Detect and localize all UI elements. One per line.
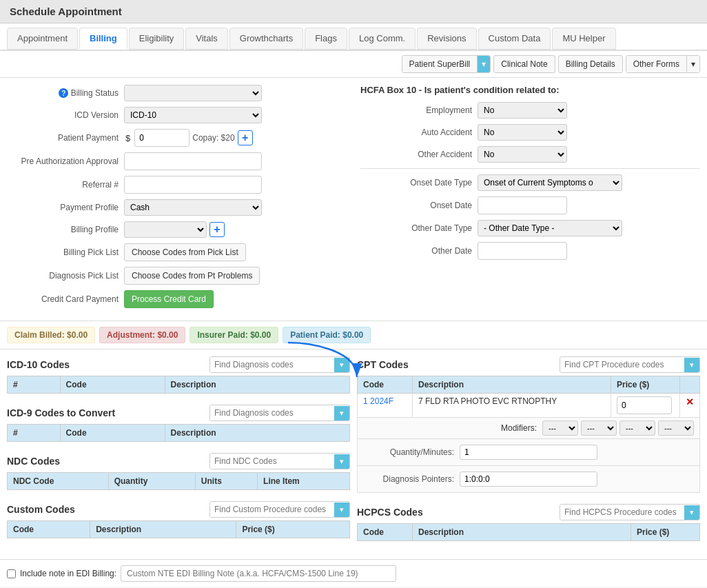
- patient-paid-summary: Patient Paid: $0.00: [283, 327, 371, 343]
- include-note-row: Include note in EDI Billing:: [0, 559, 707, 587]
- ndc-col-code: NDC Code: [8, 473, 109, 490]
- patient-superbill-dropdown[interactable]: ▾: [477, 56, 490, 72]
- employment-label: Employment: [360, 105, 478, 115]
- icd9-col-desc: Description: [165, 425, 349, 442]
- ndc-search-button[interactable]: ▾: [334, 454, 349, 469]
- icd9-search-input[interactable]: [210, 405, 334, 420]
- modifier-row: Modifiers: --- --- --- ---: [363, 420, 694, 436]
- billing-pick-list-row: Billing Pick List Choose Codes from Pick…: [7, 243, 347, 261]
- custom-codes-search-button[interactable]: ▾: [334, 503, 349, 517]
- billing-form: ? Billing Status ICD Version ICD-10 ICD-…: [0, 78, 707, 321]
- diagnosis-pick-list-button[interactable]: Choose Codes from Pt Problems: [124, 267, 260, 285]
- add-payment-button[interactable]: +: [238, 130, 253, 145]
- auto-accident-label: Auto Accident: [360, 128, 478, 137]
- billing-profile-select[interactable]: [124, 221, 207, 238]
- cpt-header: CPT Codes ▾: [357, 356, 700, 373]
- tab-appointment[interactable]: Appointment: [7, 28, 78, 50]
- tab-flags[interactable]: Flags: [305, 28, 347, 50]
- include-note-label: Include note in EDI Billing:: [20, 569, 116, 578]
- cpt-remove-button[interactable]: ✕: [686, 396, 694, 407]
- tab-custom-data[interactable]: Custom Data: [478, 28, 551, 50]
- cpt-price-input[interactable]: [617, 396, 672, 414]
- tab-mu-helper[interactable]: MU Helper: [552, 28, 615, 50]
- custom-codes-table: Code Description Price ($): [7, 520, 350, 538]
- tab-revisions[interactable]: Revisions: [417, 28, 476, 50]
- referral-input[interactable]: [124, 176, 262, 194]
- modifier-4-select[interactable]: ---: [658, 420, 694, 436]
- other-date-input[interactable]: [478, 242, 567, 260]
- diagnosis-pointers-row: Diagnosis Pointers:: [363, 472, 694, 487]
- employment-select[interactable]: NoYes: [478, 102, 567, 119]
- add-billing-profile-button[interactable]: +: [209, 222, 225, 237]
- patient-superbill-button[interactable]: Patient SuperBill: [402, 56, 478, 72]
- custom-codes-search-input[interactable]: [210, 502, 334, 517]
- other-forms-button[interactable]: Other Forms: [626, 56, 686, 72]
- billing-status-label: ? Billing Status: [7, 88, 124, 99]
- billing-profile-label: Billing Profile: [7, 225, 124, 234]
- include-note-checkbox[interactable]: [7, 569, 16, 578]
- auto-accident-row: Auto Accident NoYes: [360, 124, 700, 141]
- modifier-3-select[interactable]: ---: [619, 420, 655, 436]
- cpt-quantity-row: Quantity/Minutes:: [358, 439, 700, 466]
- other-forms-dropdown[interactable]: ▾: [686, 56, 699, 72]
- clinical-note-button[interactable]: Clinical Note: [493, 55, 555, 73]
- ndc-col-line: Line Item: [258, 473, 350, 490]
- payment-profile-select[interactable]: Cash: [124, 199, 262, 216]
- patient-payment-row: Patient Payment $ Copay: $20 +: [7, 129, 347, 147]
- icd10-search-button[interactable]: ▾: [334, 358, 349, 372]
- diagnosis-pick-list-label: Diagnosis Pick List: [7, 271, 124, 281]
- pre-auth-input[interactable]: [124, 152, 262, 170]
- hcpcs-search-button[interactable]: ▾: [684, 505, 699, 520]
- form-left: ? Billing Status ICD Version ICD-10 ICD-…: [7, 85, 347, 314]
- billing-pick-list-button[interactable]: Choose Codes from Pick List: [124, 243, 246, 261]
- tab-vitals[interactable]: Vitals: [185, 28, 228, 50]
- icd9-col-num: #: [8, 425, 61, 442]
- tabs-bar: Appointment Billing Eligibility Vitals G…: [0, 23, 707, 51]
- custom-col-desc: Description: [90, 521, 236, 538]
- hcpcs-search-input[interactable]: [560, 505, 684, 520]
- page-title: Schedule Appointment: [10, 6, 697, 17]
- icd9-search-button[interactable]: ▾: [334, 406, 349, 420]
- tab-billing[interactable]: Billing: [79, 28, 127, 50]
- hcpcs-col-code: Code: [358, 524, 413, 541]
- cpt-price-cell: [611, 394, 680, 418]
- icd10-col-code: Code: [60, 376, 165, 394]
- tab-eligibility[interactable]: Eligibility: [129, 28, 185, 50]
- billing-details-button[interactable]: Billing Details: [558, 55, 623, 73]
- icd-version-select[interactable]: ICD-10 ICD-9: [124, 107, 262, 123]
- cpt-search-input[interactable]: [560, 357, 684, 372]
- billing-status-select[interactable]: [124, 85, 262, 101]
- other-accident-label: Other Accident: [360, 150, 478, 159]
- tab-log-comm[interactable]: Log Comm.: [349, 28, 416, 50]
- patient-payment-input[interactable]: [134, 129, 189, 147]
- onset-date-type-select[interactable]: Onset of Current Symptoms o Other Date T…: [478, 174, 622, 191]
- icd10-table: # Code Description: [7, 376, 350, 394]
- cpt-col-action: [680, 376, 700, 394]
- icd10-search-input[interactable]: [210, 357, 334, 372]
- billing-note-input[interactable]: [121, 565, 396, 582]
- icd10-block: ICD-10 Codes ▾ # Code Description: [7, 356, 350, 394]
- other-date-type-select[interactable]: - Other Date Type - Initial Treatment La…: [478, 220, 622, 236]
- billing-pick-list-label: Billing Pick List: [7, 247, 124, 257]
- modifier-1-select[interactable]: ---: [542, 420, 578, 436]
- icd-version-label: ICD Version: [7, 110, 124, 120]
- cpt-code-link[interactable]: 1 2024F: [363, 396, 393, 406]
- process-cc-button[interactable]: Process Credit Card: [124, 290, 214, 308]
- payment-group: $ Copay: $20 +: [124, 129, 253, 147]
- cpt-desc-cell: 7 FLD RTA PHOTO EVC RTNOPTHY: [413, 394, 611, 418]
- other-accident-select[interactable]: NoYes: [478, 146, 567, 163]
- hcpcs-search: ▾: [560, 504, 700, 520]
- tab-growthcharts[interactable]: Growthcharts: [229, 28, 303, 50]
- modifier-2-select[interactable]: ---: [581, 420, 617, 436]
- auto-accident-select[interactable]: NoYes: [478, 124, 567, 141]
- other-accident-row: Other Accident NoYes: [360, 146, 700, 163]
- ndc-search-input[interactable]: [210, 454, 334, 469]
- ndc-header: NDC Codes ▾: [7, 453, 350, 469]
- employment-row: Employment NoYes: [360, 102, 700, 119]
- diagnosis-pointers-input[interactable]: [460, 472, 597, 487]
- cpt-search-button[interactable]: ▾: [684, 358, 699, 372]
- custom-codes-title: Custom Codes: [7, 504, 75, 515]
- onset-date-input[interactable]: [478, 196, 567, 214]
- quantity-input[interactable]: [460, 445, 597, 460]
- icd10-header: ICD-10 Codes ▾: [7, 356, 350, 373]
